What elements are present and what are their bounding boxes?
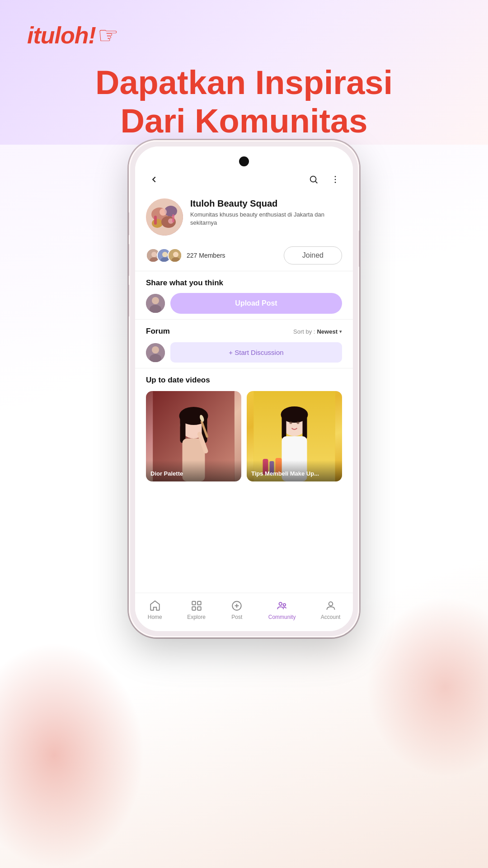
svg-point-15 xyxy=(151,252,157,257)
nav-item-explore[interactable]: Explore xyxy=(182,598,211,622)
svg-rect-13 xyxy=(172,214,174,222)
logo-icon: ☞ xyxy=(98,22,119,49)
phone-mockup: Ituloh Beauty Squad Komunitas khusus bea… xyxy=(129,140,359,637)
community-avatar xyxy=(146,198,183,236)
community-name: Ituloh Beauty Squad xyxy=(190,198,342,209)
svg-point-24 xyxy=(152,297,159,304)
community-description: Komunitas khusus beauty enthusiast di Ja… xyxy=(190,211,342,227)
search-button[interactable] xyxy=(307,173,320,186)
svg-line-1 xyxy=(315,181,317,183)
user-avatar xyxy=(146,294,165,313)
camera-notch xyxy=(239,156,249,166)
video-overlay-2: Tips Membeli Make Up... xyxy=(247,460,342,481)
video-card-2[interactable]: Tips Membeli Make Up... xyxy=(247,391,342,481)
community-icon xyxy=(276,599,288,612)
top-bar xyxy=(135,146,353,193)
members-left: 227 Members xyxy=(146,248,225,263)
svg-rect-44 xyxy=(303,415,307,439)
video-overlay-1: Dior Palette xyxy=(146,460,241,481)
videos-grid: Dior Palette xyxy=(146,391,342,481)
top-bar-icons xyxy=(307,173,342,186)
nav-label-explore: Explore xyxy=(187,614,206,620)
svg-rect-53 xyxy=(192,607,196,610)
nav-label-account: Account xyxy=(321,614,340,620)
svg-rect-51 xyxy=(192,601,196,605)
svg-point-46 xyxy=(290,421,292,424)
nav-item-home[interactable]: Home xyxy=(142,598,168,622)
nav-item-community[interactable]: Community xyxy=(263,598,301,622)
member-avatars xyxy=(146,248,182,263)
community-header: Ituloh Beauty Squad Komunitas khusus bea… xyxy=(135,193,353,243)
svg-point-60 xyxy=(328,602,333,606)
svg-point-10 xyxy=(160,208,167,216)
bottom-nav: Home Explore xyxy=(135,593,353,631)
more-options-button[interactable] xyxy=(328,173,342,186)
forum-section: Forum Sort by : Newest ▾ xyxy=(135,320,353,368)
share-section: Share what you think Upload Post xyxy=(135,271,353,320)
svg-point-58 xyxy=(279,602,282,605)
videos-title: Up to date videos xyxy=(146,376,342,385)
svg-point-3 xyxy=(335,179,336,180)
phone-btn-mute xyxy=(129,212,129,235)
phone-btn-power xyxy=(359,231,359,267)
bg-blob-left xyxy=(0,642,145,868)
forum-header: Forum Sort by : Newest ▾ xyxy=(146,327,342,336)
svg-point-47 xyxy=(297,421,300,424)
start-discussion-button[interactable]: + Start Discussion xyxy=(170,342,342,363)
joined-button[interactable]: Joined xyxy=(284,246,342,264)
sort-label: Sort by : xyxy=(293,328,315,335)
svg-point-0 xyxy=(310,176,316,182)
hero-line2: Dari Komunitas xyxy=(0,102,488,140)
nav-item-account[interactable]: Account xyxy=(315,598,346,622)
phone-btn-vol-up xyxy=(129,244,129,276)
home-icon xyxy=(149,599,161,612)
svg-rect-33 xyxy=(180,416,186,443)
nav-label-home: Home xyxy=(148,614,162,620)
video-title-2: Tips Membeli Make Up... xyxy=(251,470,319,477)
svg-rect-52 xyxy=(197,601,201,605)
start-discussion-row: + Start Discussion xyxy=(146,342,342,363)
svg-point-18 xyxy=(162,252,168,257)
explore-icon xyxy=(190,599,203,612)
svg-rect-54 xyxy=(197,607,201,610)
phone-screen: Ituloh Beauty Squad Komunitas khusus bea… xyxy=(135,146,353,631)
bg-blob-right xyxy=(366,597,488,778)
user-avatar-forum xyxy=(146,343,165,362)
account-icon xyxy=(324,599,337,612)
nav-label-community: Community xyxy=(268,614,296,620)
hero-line1: Dapatkan Inspirasi xyxy=(0,63,488,102)
videos-section: Up to date videos xyxy=(135,368,353,631)
svg-point-4 xyxy=(335,182,336,183)
back-button[interactable] xyxy=(146,171,162,188)
share-title: Share what you think xyxy=(146,278,342,288)
sort-row: Sort by : Newest ▾ xyxy=(293,328,342,335)
community-info: Ituloh Beauty Squad Komunitas khusus bea… xyxy=(190,198,342,227)
app-logo: ituloh! ☞ xyxy=(27,22,119,49)
svg-point-59 xyxy=(283,604,286,606)
svg-rect-43 xyxy=(282,415,286,439)
members-row: 227 Members Joined xyxy=(135,243,353,271)
sort-value[interactable]: Newest xyxy=(317,328,338,335)
svg-point-27 xyxy=(152,346,159,354)
video-card-1[interactable]: Dior Palette xyxy=(146,391,241,481)
nav-label-post: Post xyxy=(231,614,242,620)
upload-post-button[interactable]: Upload Post xyxy=(170,293,342,314)
svg-point-8 xyxy=(152,219,163,228)
video-title-1: Dior Palette xyxy=(150,470,183,477)
member-count: 227 Members xyxy=(187,252,225,259)
chevron-down-icon: ▾ xyxy=(339,329,342,335)
nav-item-post[interactable]: Post xyxy=(225,598,249,622)
hero-tagline: Dapatkan Inspirasi Dari Komunitas xyxy=(0,63,488,140)
screen-content: Ituloh Beauty Squad Komunitas khusus bea… xyxy=(135,146,353,631)
forum-title: Forum xyxy=(146,327,170,336)
svg-point-2 xyxy=(335,176,336,177)
share-row: Upload Post xyxy=(146,293,342,314)
logo-text: ituloh! xyxy=(27,22,96,49)
member-avatar-3 xyxy=(168,248,182,263)
svg-rect-12 xyxy=(154,216,157,225)
svg-point-21 xyxy=(173,252,178,257)
phone-btn-vol-down xyxy=(129,285,129,316)
post-icon xyxy=(230,599,243,612)
